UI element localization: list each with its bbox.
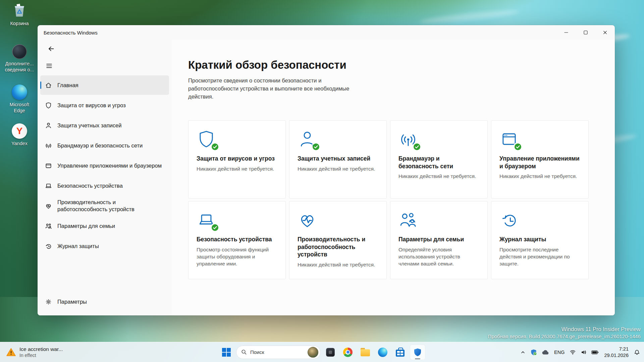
card-description: Никаких действий не требуется. xyxy=(499,173,580,180)
desktop-icon-label: Дополните... сведения о... xyxy=(3,61,36,73)
history-icon xyxy=(499,210,520,230)
sidebar-item-label: Параметры для семьи xyxy=(57,223,115,230)
card-title: Брандмауэр и безопасность сети xyxy=(398,155,479,170)
window-body: Главная Защита от вирусов и угроз Защита… xyxy=(38,40,615,315)
minimize-button[interactable] xyxy=(556,25,576,40)
family-icon xyxy=(398,210,419,230)
sidebar-item-protection-history[interactable]: Журнал защиты xyxy=(40,236,169,256)
desktop-icon-yandex[interactable]: Y Yandex xyxy=(3,123,36,146)
notification-button[interactable] xyxy=(632,347,642,357)
apps-icon xyxy=(499,129,520,149)
card-family-options[interactable]: Параметры для семьи Определяйте условия … xyxy=(390,201,488,279)
search-daily-image[interactable] xyxy=(308,347,318,358)
sidebar-item-settings[interactable]: Параметры xyxy=(40,292,169,311)
search-icon xyxy=(241,349,247,355)
sidebar-item-label: Защита от вирусов и угроз xyxy=(57,102,126,109)
chevron-up-icon xyxy=(520,350,526,355)
start-button[interactable] xyxy=(219,345,234,360)
wifi-button[interactable] xyxy=(568,347,578,357)
sidebar-item-family-options[interactable]: Параметры для семьи xyxy=(40,216,169,236)
desktop-icon-picture-info[interactable]: Дополните... сведения о... xyxy=(3,44,36,73)
titlebar[interactable]: Безопасность Windows xyxy=(38,25,615,40)
sidebar-item-app-browser-control[interactable]: Управление приложениями и браузером xyxy=(40,156,169,175)
sidebar-item-label: Главная xyxy=(57,82,78,89)
desktop-icon-edge[interactable]: Microsoft Edge xyxy=(3,84,36,114)
card-description: Никаких действий не требуется. xyxy=(197,165,277,172)
card-title: Управление приложениями и браузером xyxy=(499,155,580,170)
explorer-icon xyxy=(361,349,370,356)
tray-security-button[interactable] xyxy=(528,347,539,358)
sidebar-item-device-health[interactable]: Производительность и работоспособность у… xyxy=(40,196,169,216)
language-indicator[interactable]: ENG xyxy=(552,348,567,357)
desktop-icon-recycle-bin[interactable]: Корзина xyxy=(3,3,36,26)
security-cards-grid: Защита от вирусов и угроз Никаких действ… xyxy=(188,120,615,279)
close-button[interactable] xyxy=(595,25,615,40)
device-icon xyxy=(45,182,52,189)
windows-security-icon xyxy=(413,348,422,357)
card-title: Производительность и работоспособность у… xyxy=(298,236,378,258)
card-app-browser-control[interactable]: Управление приложениями и браузером Ника… xyxy=(491,120,589,198)
card-description: Никаких действий не требуется. xyxy=(298,261,378,268)
chrome-button[interactable] xyxy=(340,345,356,360)
windows-security-button[interactable] xyxy=(410,345,425,360)
menu-button[interactable] xyxy=(44,60,55,71)
onedrive-button[interactable] xyxy=(540,348,551,357)
sidebar-item-label: Управление приложениями и браузером xyxy=(57,162,162,169)
gear-icon xyxy=(45,298,52,305)
bell-icon xyxy=(634,349,640,355)
sidebar-item-home[interactable]: Главная xyxy=(40,75,169,95)
edge-button[interactable] xyxy=(375,345,390,360)
card-title: Журнал защиты xyxy=(499,236,580,243)
device-icon xyxy=(197,210,217,230)
screen: Корзина Дополните... сведения о... Micro… xyxy=(0,0,644,362)
maximize-button[interactable] xyxy=(576,25,595,40)
sidebar-item-label: Безопасность устройства xyxy=(57,182,123,189)
card-device-health[interactable]: Производительность и работоспособность у… xyxy=(289,201,387,279)
wave-foam xyxy=(419,8,520,25)
home-icon xyxy=(45,82,52,89)
card-title: Защита от вирусов и угроз xyxy=(197,155,277,163)
tray-date: 29.01.2026 xyxy=(604,352,629,359)
sidebar-item-account-protection[interactable]: Защита учетных записей xyxy=(40,116,169,135)
check-badge-icon xyxy=(312,143,320,150)
battery-icon xyxy=(591,349,599,355)
account-icon xyxy=(298,129,318,149)
task-view-button[interactable] xyxy=(323,345,338,360)
hamburger-icon xyxy=(46,62,53,69)
card-device-security[interactable]: Безопасность устройства Просмотр состоян… xyxy=(188,201,286,279)
tray-chevron-button[interactable] xyxy=(518,348,528,357)
card-firewall[interactable]: Брандмауэр и безопасность сети Никаких д… xyxy=(390,120,488,198)
sidebar: Главная Защита от вирусов и угроз Защита… xyxy=(38,40,172,315)
sidebar-item-virus-protection[interactable]: Защита от вирусов и угроз xyxy=(40,96,169,115)
search-placeholder: Поиск xyxy=(250,349,264,355)
back-button[interactable] xyxy=(46,43,57,54)
window-title: Безопасность Windows xyxy=(38,30,98,36)
desktop-icon-label: Корзина xyxy=(10,20,29,26)
clock[interactable]: 7:21 29.01.2026 xyxy=(601,346,631,359)
tray-time: 7:21 xyxy=(604,346,629,352)
sidebar-item-device-security[interactable]: Безопасность устройства xyxy=(40,176,169,195)
yandex-icon: Y xyxy=(12,123,27,139)
account-icon xyxy=(45,122,52,129)
search-box[interactable]: Поиск xyxy=(236,346,321,359)
store-button[interactable] xyxy=(392,345,408,360)
weather-widget[interactable]: Ice accretion war... In effect xyxy=(2,342,67,362)
task-view-icon xyxy=(326,348,335,357)
card-description: Никаких действий не требуется. xyxy=(298,165,378,172)
card-protection-history[interactable]: Журнал защиты Просмотрите последние дейс… xyxy=(491,201,589,279)
sidebar-item-label: Производительность и работоспособность у… xyxy=(57,199,166,213)
sidebar-item-label: Брандмауэр и безопасность сети xyxy=(57,142,143,149)
check-badge-icon xyxy=(413,143,421,150)
health-icon xyxy=(298,210,318,230)
card-description: Просмотр состояния функций защиты оборуд… xyxy=(197,246,277,267)
battery-button[interactable] xyxy=(589,347,601,357)
card-virus-protection[interactable]: Защита от вирусов и угроз Никаких действ… xyxy=(188,120,286,198)
card-title: Защита учетных записей xyxy=(298,155,378,163)
taskbar-center: Поиск xyxy=(219,345,425,360)
sidebar-item-firewall[interactable]: Брандмауэр и безопасность сети xyxy=(40,136,169,155)
history-icon xyxy=(45,243,52,250)
card-account-protection[interactable]: Защита учетных записей Никаких действий … xyxy=(289,120,387,198)
file-explorer-button[interactable] xyxy=(358,345,373,360)
check-badge-icon xyxy=(514,143,522,150)
volume-button[interactable] xyxy=(579,347,589,357)
